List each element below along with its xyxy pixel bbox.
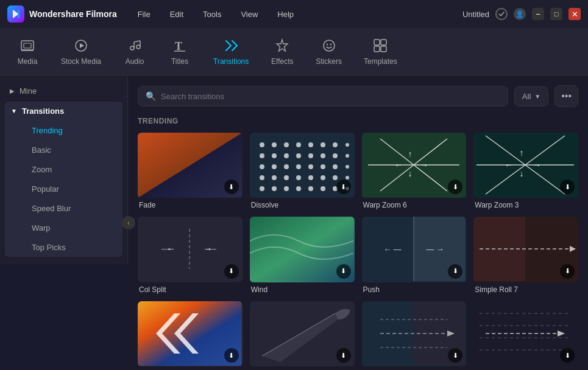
menu-tools[interactable]: Tools: [199, 7, 225, 21]
svg-point-41: [272, 164, 277, 169]
sidebar-item-top-picks[interactable]: Top Picks: [10, 238, 118, 257]
page-curl-download-icon[interactable]: ⬇: [336, 348, 351, 363]
transition-item-erase[interactable]: ⬇ Erase: [473, 301, 578, 370]
svg-point-8: [136, 45, 140, 49]
menu-help[interactable]: Help: [274, 7, 297, 21]
svg-text:→: →: [420, 160, 428, 170]
svg-rect-21: [381, 46, 386, 52]
transitions-arrow-icon: ▼: [11, 108, 17, 114]
sidebar-item-trending[interactable]: Trending: [10, 121, 118, 140]
save-status-icon: [495, 8, 508, 20]
transition-item-push[interactable]: ← — — → ⬇ Push: [362, 217, 467, 293]
toolbar-media[interactable]: Media: [6, 33, 49, 71]
dissolve-thumbnail: ⬇: [250, 133, 355, 198]
window-close[interactable]: ✕: [569, 8, 581, 20]
sidebar-item-basic[interactable]: Basic: [10, 141, 118, 159]
transition-item-page-curl[interactable]: ⬇ Page Curl: [250, 301, 355, 370]
transition-item-warp-zoom-6[interactable]: ↑ ↓ ← → ⬇ Warp Zoom 6: [362, 133, 467, 209]
media-label: Media: [18, 57, 38, 66]
toolbar-titles[interactable]: T Titles: [158, 33, 201, 71]
toolbar-stickers[interactable]: Stickers: [306, 33, 352, 71]
col-split-download-icon[interactable]: ⬇: [224, 264, 239, 279]
transition-item-simple-roll-7[interactable]: ⬇ Simple Roll 7: [473, 217, 578, 293]
svg-line-11: [134, 41, 140, 42]
warp-zoom-6-name: Warp Zoom 6: [362, 201, 467, 209]
col-split-thumbnail: ← — → — ⬇: [138, 217, 243, 282]
effects-label: Effects: [271, 57, 293, 66]
toolbar-stock-media[interactable]: Stock Media: [51, 33, 111, 71]
window-maximize[interactable]: □: [550, 8, 562, 20]
sidebar-item-zoom[interactable]: Zoom: [10, 160, 118, 179]
svg-point-37: [321, 153, 325, 158]
filter-label: All: [522, 92, 531, 101]
transition-item-linear-14[interactable]: ⬇ Linear 14: [138, 301, 243, 370]
erase-download-icon[interactable]: ⬇: [560, 348, 575, 363]
transitions-icon: [223, 38, 239, 54]
menu-file[interactable]: File: [134, 7, 154, 21]
app-logo: Wondershare Filmora: [7, 5, 117, 23]
transition-item-warp-zoom-3[interactable]: ↑ ↓ ← → ⬇ Warp Zoom 3: [473, 133, 578, 209]
dissolve-name: Dissolve: [250, 201, 355, 209]
svg-point-26: [284, 142, 289, 147]
transition-item-fade[interactable]: ⬇ Fade: [138, 133, 243, 209]
toolbar-transitions[interactable]: Transitions: [204, 33, 258, 71]
svg-point-34: [284, 153, 289, 158]
search-icon: 🔍: [146, 91, 156, 101]
sidebar-item-warp[interactable]: Warp: [10, 218, 118, 237]
transition-item-dissolve[interactable]: ⬇ Dissolve: [250, 133, 355, 209]
templates-label: Templates: [364, 57, 397, 66]
svg-text:↑: ↑: [520, 148, 524, 158]
fade-download-icon[interactable]: ⬇: [224, 180, 239, 194]
linear-14-download-icon[interactable]: ⬇: [224, 348, 239, 363]
titles-icon: T: [172, 38, 188, 54]
svg-point-35: [296, 153, 301, 158]
dissolve-download-icon[interactable]: ⬇: [336, 180, 351, 194]
simple-roll-7-thumbnail: ⬇: [473, 217, 578, 282]
svg-point-45: [321, 164, 325, 169]
linear-14-thumbnail: ⬇: [138, 301, 243, 366]
sidebar-transitions-header[interactable]: ▼ Transitions: [5, 102, 122, 120]
sidebar-item-speed-blur[interactable]: Speed Blur: [10, 199, 118, 218]
svg-point-46: [333, 164, 338, 169]
wind-download-icon[interactable]: ⬇: [336, 264, 351, 279]
svg-point-55: [345, 176, 349, 180]
warp-zoom-3-name: Warp Zoom 3: [473, 201, 578, 209]
svg-marker-6: [80, 43, 84, 48]
stickers-label: Stickers: [316, 57, 342, 66]
wind-thumbnail: ⬇: [250, 217, 355, 282]
app-name: Wondershare Filmora: [29, 9, 117, 19]
transition-item-erase-slide[interactable]: ⬇ Erase Slide: [362, 301, 467, 370]
user-avatar[interactable]: 👤: [514, 8, 526, 20]
menu-edit[interactable]: Edit: [166, 7, 187, 21]
mine-label: Mine: [19, 86, 37, 96]
stock-media-icon: [73, 38, 89, 54]
audio-label: Audio: [126, 57, 144, 66]
erase-slide-thumbnail: ⬇: [362, 301, 467, 366]
svg-point-58: [284, 186, 289, 191]
push-download-icon[interactable]: ⬇: [448, 264, 462, 279]
sidebar-item-popular[interactable]: Popular: [10, 180, 118, 198]
menu-view[interactable]: View: [237, 7, 261, 21]
svg-rect-19: [381, 40, 386, 45]
svg-point-57: [272, 186, 277, 191]
simple-roll-7-name: Simple Roll 7: [473, 285, 578, 294]
svg-point-49: [272, 175, 277, 180]
search-input[interactable]: [161, 92, 500, 101]
simple-roll-7-download-icon[interactable]: ⬇: [560, 264, 575, 279]
toolbar-templates[interactable]: Templates: [354, 33, 407, 71]
window-minimize[interactable]: −: [532, 8, 544, 20]
filter-button[interactable]: All ▼: [514, 86, 548, 106]
svg-rect-3: [24, 43, 31, 48]
svg-text:↓: ↓: [408, 169, 412, 178]
sidebar-item-mine[interactable]: ▶ Mine: [0, 82, 127, 100]
transition-item-col-split[interactable]: ← — → — ⬇ Col Split: [138, 217, 243, 293]
toolbar-effects[interactable]: Effects: [261, 33, 303, 71]
svg-point-16: [326, 43, 327, 44]
svg-point-44: [308, 164, 313, 169]
sidebar-collapse-button[interactable]: ‹: [122, 216, 135, 229]
svg-point-51: [296, 175, 301, 180]
transition-item-wind[interactable]: ⬇ Wind: [250, 217, 355, 293]
svg-point-53: [321, 175, 325, 180]
toolbar-audio[interactable]: Audio: [113, 33, 156, 71]
more-options-button[interactable]: •••: [554, 85, 578, 107]
